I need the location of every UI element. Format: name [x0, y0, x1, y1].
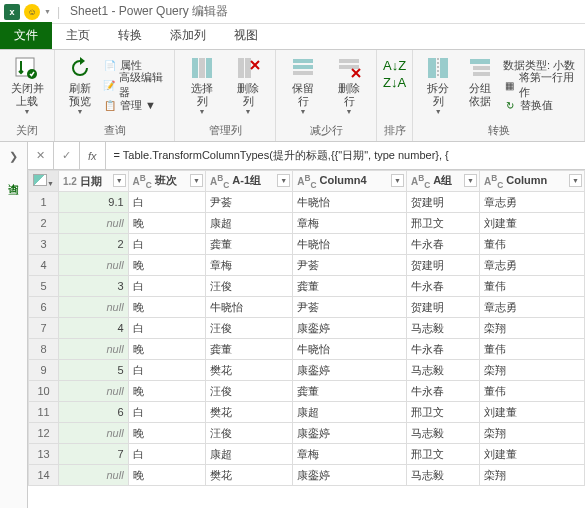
cell[interactable]: 龚董 [206, 339, 293, 360]
cell[interactable]: 刘建董 [480, 402, 585, 423]
table-row[interactable]: 74白汪俊康銮婷马志毅栾翔 [29, 318, 585, 339]
cell[interactable]: 6 [59, 402, 129, 423]
row-number[interactable]: 7 [29, 318, 59, 339]
cell[interactable]: null [59, 255, 129, 276]
cell[interactable]: 栾翔 [480, 465, 585, 486]
keep-rows-button[interactable]: 保留 行▼ [282, 54, 324, 115]
cell[interactable]: 2 [59, 234, 129, 255]
cell[interactable]: 尹荟 [206, 192, 293, 213]
smiley-icon[interactable]: ☺ [24, 4, 40, 20]
row-number[interactable]: 10 [29, 381, 59, 402]
remove-rows-button[interactable]: 删除 行▼ [328, 54, 370, 115]
cell[interactable]: 栾翔 [480, 318, 585, 339]
cell[interactable]: 康銮婷 [293, 360, 407, 381]
cell[interactable]: null [59, 423, 129, 444]
cell[interactable]: 晚 [128, 465, 205, 486]
cell[interactable]: 刘建董 [480, 444, 585, 465]
row-number[interactable]: 13 [29, 444, 59, 465]
cell[interactable]: 晚 [128, 213, 205, 234]
cell[interactable]: null [59, 213, 129, 234]
cell[interactable]: 白 [128, 318, 205, 339]
cell[interactable]: 章志勇 [480, 255, 585, 276]
row-number[interactable]: 9 [29, 360, 59, 381]
cell[interactable]: 白 [128, 234, 205, 255]
cell[interactable]: 汪俊 [206, 381, 293, 402]
cell[interactable]: 栾翔 [480, 423, 585, 444]
table-row[interactable]: 95白樊花康銮婷马志毅栾翔 [29, 360, 585, 381]
tab-view[interactable]: 视图 [220, 22, 272, 49]
cell[interactable]: 章志勇 [480, 297, 585, 318]
cell[interactable]: 牛晓怡 [293, 339, 407, 360]
cell[interactable]: 牛永春 [407, 234, 480, 255]
cell[interactable]: 贺建明 [407, 297, 480, 318]
table-row[interactable]: 32白龚董牛晓怡牛永春董伟 [29, 234, 585, 255]
table-row[interactable]: 10null晚汪俊龚董牛永春董伟 [29, 381, 585, 402]
cell[interactable]: 3 [59, 276, 129, 297]
firstrow-headers-button[interactable]: ▦将第一行用作 [503, 76, 578, 94]
cell[interactable]: 马志毅 [407, 465, 480, 486]
replace-values-button[interactable]: ↻替换值 [503, 96, 578, 114]
cell[interactable]: 董伟 [480, 381, 585, 402]
cell[interactable]: null [59, 381, 129, 402]
cell[interactable]: 5 [59, 360, 129, 381]
tab-file[interactable]: 文件 [0, 22, 52, 49]
filter-dropdown-icon[interactable]: ▼ [277, 174, 290, 187]
cell[interactable]: null [59, 465, 129, 486]
cell[interactable]: 康銮婷 [293, 318, 407, 339]
cell[interactable]: null [59, 339, 129, 360]
tab-home[interactable]: 主页 [52, 22, 104, 49]
table-row[interactable]: 2null晚康超章梅邢卫文刘建董 [29, 213, 585, 234]
table-row[interactable]: 6null晚牛晓怡尹荟贺建明章志勇 [29, 297, 585, 318]
table-row[interactable]: 4null晚章梅尹荟贺建明章志勇 [29, 255, 585, 276]
table-row[interactable]: 137白康超章梅邢卫文刘建董 [29, 444, 585, 465]
cell[interactable]: 汪俊 [206, 423, 293, 444]
refresh-preview-button[interactable]: 刷新 预览▼ [61, 54, 99, 115]
split-column-button[interactable]: 拆分 列▼ [419, 54, 457, 115]
table-row[interactable]: 116白樊花康超邢卫文刘建董 [29, 402, 585, 423]
formula-nav-icon[interactable]: ✕ [28, 142, 54, 169]
row-number[interactable]: 1 [29, 192, 59, 213]
remove-columns-button[interactable]: 删除 列▼ [227, 54, 269, 115]
cell[interactable]: 晚 [128, 255, 205, 276]
cell[interactable]: 龚董 [206, 234, 293, 255]
cell[interactable]: 刘建董 [480, 213, 585, 234]
row-number[interactable]: 8 [29, 339, 59, 360]
table-corner[interactable]: ▼ [29, 171, 59, 192]
groupby-button[interactable]: 分组 依据 [461, 54, 499, 108]
table-row[interactable]: 14null晚樊花康銮婷马志毅栾翔 [29, 465, 585, 486]
cell[interactable]: 晚 [128, 339, 205, 360]
filter-dropdown-icon[interactable]: ▼ [113, 174, 126, 187]
sort-asc-button[interactable]: A↓Z [383, 58, 406, 73]
cell[interactable]: 白 [128, 402, 205, 423]
filter-dropdown-icon[interactable]: ▼ [464, 174, 477, 187]
cell[interactable]: 牛永春 [407, 381, 480, 402]
cell[interactable]: 章梅 [293, 444, 407, 465]
cell[interactable]: 晚 [128, 297, 205, 318]
filter-dropdown-icon[interactable]: ▼ [190, 174, 203, 187]
sort-desc-button[interactable]: Z↓A [383, 75, 406, 90]
cell[interactable]: 牛晓怡 [293, 234, 407, 255]
cell[interactable]: 马志毅 [407, 318, 480, 339]
cell[interactable]: 贺建明 [407, 192, 480, 213]
column-header-A组[interactable]: ABCA组▼ [407, 171, 480, 192]
cell[interactable]: 邢卫文 [407, 444, 480, 465]
row-number[interactable]: 6 [29, 297, 59, 318]
cell[interactable]: 栾翔 [480, 360, 585, 381]
cell[interactable]: 牛永春 [407, 339, 480, 360]
cell[interactable]: 贺建明 [407, 255, 480, 276]
column-header-日期[interactable]: 1.2日期▼ [59, 171, 129, 192]
row-number[interactable]: 12 [29, 423, 59, 444]
cell[interactable]: 董伟 [480, 276, 585, 297]
cell[interactable]: 樊花 [206, 465, 293, 486]
cell[interactable]: 9.1 [59, 192, 129, 213]
cell[interactable]: 晚 [128, 381, 205, 402]
cell[interactable]: 康超 [206, 213, 293, 234]
choose-columns-button[interactable]: 选择 列▼ [181, 54, 223, 115]
filter-dropdown-icon[interactable]: ▼ [391, 174, 404, 187]
cell[interactable]: 马志毅 [407, 360, 480, 381]
cell[interactable]: 章梅 [293, 213, 407, 234]
cell[interactable]: 章梅 [206, 255, 293, 276]
cell[interactable]: 7 [59, 444, 129, 465]
cell[interactable]: 樊花 [206, 402, 293, 423]
cell[interactable]: 牛晓怡 [206, 297, 293, 318]
